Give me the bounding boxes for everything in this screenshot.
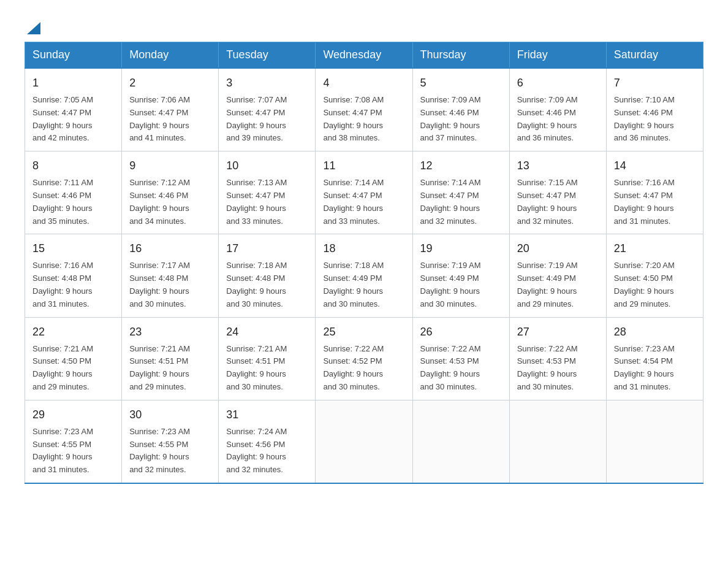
calendar-cell: 20 Sunrise: 7:19 AMSunset: 4:49 PMDaylig… <box>509 234 606 317</box>
day-number: 6 <box>517 75 599 91</box>
calendar-cell: 26 Sunrise: 7:22 AMSunset: 4:53 PMDaylig… <box>412 317 509 400</box>
day-number: 24 <box>226 324 308 340</box>
calendar-cell: 11 Sunrise: 7:14 AMSunset: 4:47 PMDaylig… <box>316 151 412 234</box>
day-number: 31 <box>226 407 308 423</box>
day-number: 2 <box>129 75 211 91</box>
calendar-cell: 18 Sunrise: 7:18 AMSunset: 4:49 PMDaylig… <box>316 234 412 317</box>
day-info: Sunrise: 7:05 AMSunset: 4:47 PMDaylight:… <box>32 95 93 142</box>
calendar-cell: 29 Sunrise: 7:23 AMSunset: 4:55 PMDaylig… <box>25 400 122 483</box>
day-info: Sunrise: 7:21 AMSunset: 4:51 PMDaylight:… <box>129 344 190 391</box>
day-info: Sunrise: 7:13 AMSunset: 4:47 PMDaylight:… <box>226 178 287 225</box>
day-info: Sunrise: 7:18 AMSunset: 4:48 PMDaylight:… <box>226 261 287 308</box>
day-number: 30 <box>129 407 211 423</box>
logo-triangle-icon <box>27 18 40 34</box>
day-info: Sunrise: 7:09 AMSunset: 4:46 PMDaylight:… <box>517 95 578 142</box>
day-number: 23 <box>129 324 211 340</box>
day-number: 18 <box>323 240 404 257</box>
calendar-cell: 19 Sunrise: 7:19 AMSunset: 4:49 PMDaylig… <box>412 234 509 317</box>
days-of-week-row: SundayMondayTuesdayWednesdayThursdayFrid… <box>25 42 703 69</box>
week-row-1: 1 Sunrise: 7:05 AMSunset: 4:47 PMDayligh… <box>25 68 703 151</box>
calendar-cell: 4 Sunrise: 7:08 AMSunset: 4:47 PMDayligh… <box>316 68 412 151</box>
calendar-cell: 12 Sunrise: 7:14 AMSunset: 4:47 PMDaylig… <box>412 151 509 234</box>
day-number: 19 <box>420 240 502 257</box>
calendar-cell <box>606 400 703 483</box>
day-info: Sunrise: 7:24 AMSunset: 4:56 PMDaylight:… <box>226 427 287 474</box>
day-info: Sunrise: 7:10 AMSunset: 4:46 PMDaylight:… <box>614 95 675 142</box>
day-info: Sunrise: 7:07 AMSunset: 4:47 PMDaylight:… <box>226 95 287 142</box>
week-row-5: 29 Sunrise: 7:23 AMSunset: 4:55 PMDaylig… <box>25 400 703 483</box>
day-info: Sunrise: 7:12 AMSunset: 4:46 PMDaylight:… <box>129 178 190 225</box>
day-number: 16 <box>129 240 211 257</box>
day-header-wednesday: Wednesday <box>316 42 412 69</box>
day-header-friday: Friday <box>509 42 606 69</box>
calendar-header: SundayMondayTuesdayWednesdayThursdayFrid… <box>25 42 703 69</box>
svg-marker-0 <box>27 22 40 34</box>
calendar-cell: 6 Sunrise: 7:09 AMSunset: 4:46 PMDayligh… <box>509 68 606 151</box>
calendar-cell <box>316 400 412 483</box>
calendar-cell: 25 Sunrise: 7:22 AMSunset: 4:52 PMDaylig… <box>316 317 412 400</box>
week-row-2: 8 Sunrise: 7:11 AMSunset: 4:46 PMDayligh… <box>25 151 703 234</box>
day-number: 28 <box>614 324 696 340</box>
day-number: 5 <box>420 75 502 91</box>
day-info: Sunrise: 7:23 AMSunset: 4:55 PMDaylight:… <box>32 427 93 474</box>
calendar-cell: 10 Sunrise: 7:13 AMSunset: 4:47 PMDaylig… <box>219 151 316 234</box>
day-info: Sunrise: 7:16 AMSunset: 4:47 PMDaylight:… <box>614 178 675 225</box>
calendar-cell: 17 Sunrise: 7:18 AMSunset: 4:48 PMDaylig… <box>219 234 316 317</box>
day-number: 8 <box>32 158 114 174</box>
day-info: Sunrise: 7:11 AMSunset: 4:46 PMDaylight:… <box>32 178 93 225</box>
calendar-cell: 15 Sunrise: 7:16 AMSunset: 4:48 PMDaylig… <box>25 234 122 317</box>
day-info: Sunrise: 7:14 AMSunset: 4:47 PMDaylight:… <box>323 178 384 225</box>
day-number: 25 <box>323 324 404 340</box>
day-info: Sunrise: 7:15 AMSunset: 4:47 PMDaylight:… <box>517 178 578 225</box>
day-number: 22 <box>32 324 114 340</box>
calendar-cell: 30 Sunrise: 7:23 AMSunset: 4:55 PMDaylig… <box>122 400 219 483</box>
calendar-cell: 1 Sunrise: 7:05 AMSunset: 4:47 PMDayligh… <box>25 68 122 151</box>
day-info: Sunrise: 7:22 AMSunset: 4:53 PMDaylight:… <box>517 344 578 391</box>
day-info: Sunrise: 7:20 AMSunset: 4:50 PMDaylight:… <box>614 261 675 308</box>
day-number: 1 <box>32 75 114 91</box>
day-number: 15 <box>32 240 114 257</box>
calendar-cell: 5 Sunrise: 7:09 AMSunset: 4:46 PMDayligh… <box>412 68 509 151</box>
day-info: Sunrise: 7:19 AMSunset: 4:49 PMDaylight:… <box>420 261 481 308</box>
day-number: 26 <box>420 324 502 340</box>
day-number: 27 <box>517 324 599 340</box>
day-number: 13 <box>517 158 599 174</box>
day-info: Sunrise: 7:16 AMSunset: 4:48 PMDaylight:… <box>32 261 93 308</box>
day-number: 12 <box>420 158 502 174</box>
day-number: 4 <box>323 75 404 91</box>
day-info: Sunrise: 7:23 AMSunset: 4:55 PMDaylight:… <box>129 427 190 474</box>
day-info: Sunrise: 7:22 AMSunset: 4:53 PMDaylight:… <box>420 344 481 391</box>
calendar-cell: 13 Sunrise: 7:15 AMSunset: 4:47 PMDaylig… <box>509 151 606 234</box>
day-header-tuesday: Tuesday <box>219 42 316 69</box>
day-info: Sunrise: 7:19 AMSunset: 4:49 PMDaylight:… <box>517 261 578 308</box>
calendar-body: 1 Sunrise: 7:05 AMSunset: 4:47 PMDayligh… <box>25 68 703 483</box>
calendar-cell: 28 Sunrise: 7:23 AMSunset: 4:54 PMDaylig… <box>606 317 703 400</box>
day-header-sunday: Sunday <box>25 42 122 69</box>
day-number: 7 <box>614 75 696 91</box>
calendar-cell: 23 Sunrise: 7:21 AMSunset: 4:51 PMDaylig… <box>122 317 219 400</box>
calendar-cell: 16 Sunrise: 7:17 AMSunset: 4:48 PMDaylig… <box>122 234 219 317</box>
day-info: Sunrise: 7:08 AMSunset: 4:47 PMDaylight:… <box>323 95 384 142</box>
day-header-monday: Monday <box>122 42 219 69</box>
day-number: 29 <box>32 407 114 423</box>
calendar-cell: 21 Sunrise: 7:20 AMSunset: 4:50 PMDaylig… <box>606 234 703 317</box>
logo <box>25 18 40 29</box>
day-number: 11 <box>323 158 404 174</box>
day-info: Sunrise: 7:21 AMSunset: 4:51 PMDaylight:… <box>226 344 287 391</box>
week-row-3: 15 Sunrise: 7:16 AMSunset: 4:48 PMDaylig… <box>25 234 703 317</box>
day-number: 14 <box>614 158 696 174</box>
calendar-cell: 8 Sunrise: 7:11 AMSunset: 4:46 PMDayligh… <box>25 151 122 234</box>
calendar-cell: 27 Sunrise: 7:22 AMSunset: 4:53 PMDaylig… <box>509 317 606 400</box>
day-header-thursday: Thursday <box>412 42 509 69</box>
day-number: 3 <box>226 75 308 91</box>
calendar-cell: 14 Sunrise: 7:16 AMSunset: 4:47 PMDaylig… <box>606 151 703 234</box>
day-info: Sunrise: 7:14 AMSunset: 4:47 PMDaylight:… <box>420 178 481 225</box>
day-number: 17 <box>226 240 308 257</box>
day-info: Sunrise: 7:17 AMSunset: 4:48 PMDaylight:… <box>129 261 190 308</box>
calendar-cell: 7 Sunrise: 7:10 AMSunset: 4:46 PMDayligh… <box>606 68 703 151</box>
calendar-cell: 2 Sunrise: 7:06 AMSunset: 4:47 PMDayligh… <box>122 68 219 151</box>
calendar-cell: 9 Sunrise: 7:12 AMSunset: 4:46 PMDayligh… <box>122 151 219 234</box>
calendar-cell <box>509 400 606 483</box>
day-info: Sunrise: 7:09 AMSunset: 4:46 PMDaylight:… <box>420 95 481 142</box>
day-header-saturday: Saturday <box>606 42 703 69</box>
